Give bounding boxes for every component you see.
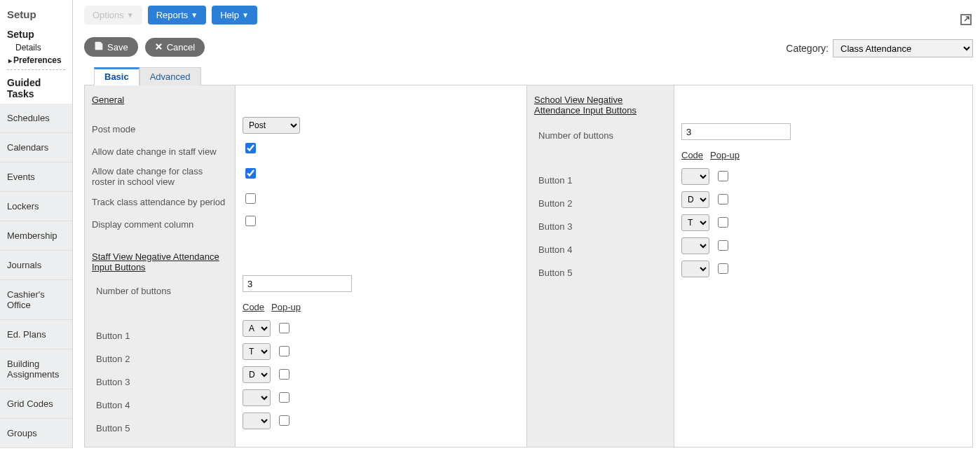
cancel-label: Cancel xyxy=(167,42,195,53)
save-label: Save xyxy=(107,42,128,53)
school-num-buttons-input[interactable] xyxy=(681,123,791,140)
track-period-checkbox[interactable] xyxy=(245,193,256,204)
sidebar-setup-header[interactable]: Setup xyxy=(7,29,65,40)
display-comment-label: Display comment column xyxy=(92,219,193,230)
save-icon xyxy=(94,41,103,53)
school-button-5-popup[interactable] xyxy=(718,263,728,274)
staff-button-1-label: Button 1 xyxy=(96,331,130,341)
close-icon xyxy=(155,42,163,53)
sidebar-item-lockers[interactable]: Lockers xyxy=(0,192,72,221)
help-button[interactable]: Help ▼ xyxy=(212,6,257,25)
staff-button-5-label: Button 5 xyxy=(96,423,130,433)
sidebar-item-calendars[interactable]: Calendars xyxy=(0,133,72,162)
post-mode-select[interactable]: Post xyxy=(243,117,300,134)
sidebar-item-events[interactable]: Events xyxy=(0,162,72,192)
school-button-4-code[interactable] xyxy=(681,237,709,254)
staff-button-5-code[interactable] xyxy=(243,412,271,429)
staff-button-4-label: Button 4 xyxy=(96,400,130,410)
sidebar-title: Setup xyxy=(0,6,72,26)
sidebar-preferences-label: Preferences xyxy=(13,55,62,65)
school-button-1-popup[interactable] xyxy=(718,171,728,181)
sidebar-guided-tasks[interactable]: Guided Tasks xyxy=(7,73,65,104)
reports-label: Reports xyxy=(156,10,189,20)
caret-down-icon: ▼ xyxy=(191,11,198,19)
sidebar-preferences[interactable]: Preferences xyxy=(7,54,65,67)
school-button-3-code[interactable]: T xyxy=(681,214,709,231)
sidebar-item-journals[interactable]: Journals xyxy=(0,251,72,280)
staff-button-1-code[interactable]: A xyxy=(243,320,271,337)
post-mode-label: Post mode xyxy=(92,124,135,134)
sidebar-item-schedules[interactable]: Schedules xyxy=(0,104,72,133)
staff-button-2-code[interactable]: T xyxy=(243,343,271,360)
school-popup-header: Pop-up xyxy=(710,150,740,160)
allow-date-staff-label: Allow date change in staff view xyxy=(92,146,217,157)
school-button-2-popup[interactable] xyxy=(718,194,728,204)
school-button-3-label: Button 3 xyxy=(538,221,572,232)
school-button-2-code[interactable]: D xyxy=(681,191,709,208)
sidebar-item-edplans[interactable]: Ed. Plans xyxy=(0,320,72,349)
reports-button[interactable]: Reports ▼ xyxy=(148,6,206,25)
sidebar-item-grid-codes[interactable]: Grid Codes xyxy=(0,389,72,419)
staff-button-4-popup[interactable] xyxy=(279,392,290,403)
staff-button-2-label: Button 2 xyxy=(96,354,130,364)
help-label: Help xyxy=(220,10,239,20)
sidebar: Setup Setup Details Preferences Guided T… xyxy=(0,0,73,448)
staff-button-3-label: Button 3 xyxy=(96,377,130,387)
school-code-header: Code xyxy=(681,150,703,160)
school-button-1-label: Button 1 xyxy=(538,175,572,186)
general-header: General xyxy=(92,95,228,105)
school-view-header: School View Negative Attendance Input Bu… xyxy=(534,95,667,116)
caret-down-icon: ▼ xyxy=(242,11,249,19)
staff-num-buttons-label: Number of buttons xyxy=(96,286,171,296)
popout-icon[interactable] xyxy=(960,14,973,27)
options-button[interactable]: Options ▼ xyxy=(84,6,142,25)
category-label: Category: xyxy=(786,43,829,54)
sidebar-item-building-assignments[interactable]: Building Assignments xyxy=(0,349,72,389)
options-label: Options xyxy=(93,10,124,20)
track-period-label: Track class attendance by period xyxy=(92,197,225,207)
school-button-5-code[interactable] xyxy=(681,261,709,277)
school-button-3-popup[interactable] xyxy=(718,217,728,228)
school-button-4-label: Button 4 xyxy=(538,244,572,255)
sidebar-item-groups[interactable]: Groups xyxy=(0,419,72,448)
sidebar-details[interactable]: Details xyxy=(7,41,65,54)
cancel-button[interactable]: Cancel xyxy=(145,38,205,57)
staff-button-4-code[interactable] xyxy=(243,389,271,406)
staff-view-header: Staff View Negative Attendance Input But… xyxy=(92,251,228,272)
save-button[interactable]: Save xyxy=(84,37,138,57)
school-button-2-label: Button 2 xyxy=(538,198,572,209)
staff-button-2-popup[interactable] xyxy=(279,346,290,356)
sidebar-items: Schedules Calendars Events Lockers Membe… xyxy=(0,104,72,448)
staff-code-header: Code xyxy=(243,302,264,312)
staff-button-3-popup[interactable] xyxy=(279,369,290,380)
staff-num-buttons-input[interactable] xyxy=(243,275,352,292)
staff-button-5-popup[interactable] xyxy=(279,415,290,426)
school-button-5-label: Button 5 xyxy=(538,268,572,278)
display-comment-checkbox[interactable] xyxy=(245,216,256,226)
staff-button-3-code[interactable]: D xyxy=(243,366,271,383)
staff-button-1-popup[interactable] xyxy=(279,323,290,333)
tab-advanced[interactable]: Advanced xyxy=(139,67,201,85)
sidebar-item-cashiers[interactable]: Cashier's Office xyxy=(0,280,72,320)
staff-popup-header: Pop-up xyxy=(271,302,301,312)
allow-date-roster-checkbox[interactable] xyxy=(245,168,256,179)
allow-date-staff-checkbox[interactable] xyxy=(245,143,256,153)
category-select[interactable]: Class Attendance xyxy=(833,39,973,57)
school-button-1-code[interactable] xyxy=(681,168,709,185)
school-num-buttons-label: Number of buttons xyxy=(538,130,613,141)
allow-date-roster-label: Allow date change for class roster in sc… xyxy=(92,166,228,187)
tab-basic[interactable]: Basic xyxy=(94,67,139,85)
sidebar-item-membership[interactable]: Membership xyxy=(0,221,72,251)
school-button-4-popup[interactable] xyxy=(718,240,728,251)
caret-down-icon: ▼ xyxy=(127,11,134,19)
